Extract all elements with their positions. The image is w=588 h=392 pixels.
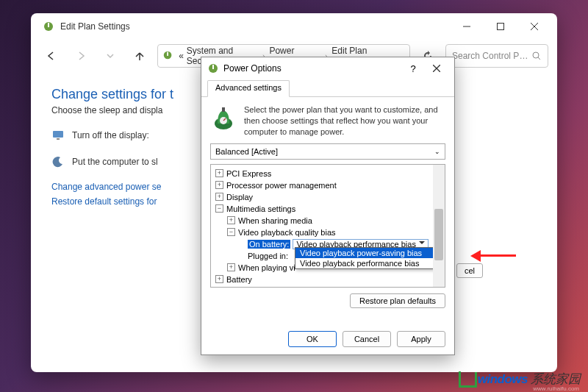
settings-tree[interactable]: +PCI Express +Processor power management… — [210, 164, 445, 288]
search-placeholder: Search Control P… — [452, 51, 528, 61]
minimize-button[interactable] — [450, 15, 484, 38]
power-plan-icon — [43, 21, 54, 32]
dropdown-option-performance[interactable]: Video playback performance bias — [295, 258, 437, 268]
svg-rect-17 — [222, 107, 225, 112]
maximize-button[interactable] — [484, 15, 517, 38]
sleep-icon — [51, 155, 65, 168]
svg-line-9 — [538, 57, 540, 60]
expand-icon[interactable]: + — [227, 263, 235, 271]
power-options-dialog: Power Options ? Advanced settings Select… — [201, 57, 455, 355]
window-title: Edit Plan Settings — [60, 21, 450, 32]
annotation-arrow — [465, 250, 516, 262]
collapse-icon[interactable]: − — [215, 204, 223, 213]
tree-playback[interactable]: Video playback quality bias — [238, 228, 336, 237]
svg-point-8 — [533, 52, 539, 58]
chevron-down-icon: ⌄ — [434, 148, 440, 155]
turn-off-display-label: Turn off the display: — [72, 130, 149, 140]
tree-playing-video[interactable]: When playing vi — [238, 263, 295, 272]
scrollbar-thumb[interactable] — [434, 209, 443, 260]
svg-rect-7 — [167, 52, 168, 56]
watermark-logo-icon — [459, 371, 475, 388]
watermark-brand: windows — [478, 372, 528, 387]
power-plan-select[interactable]: Balanced [Active] ⌄ — [210, 143, 445, 160]
on-battery-label[interactable]: On battery: — [248, 240, 290, 249]
tree-multimedia[interactable]: Multimedia settings — [226, 204, 295, 213]
tab-advanced-settings[interactable]: Advanced settings — [207, 80, 290, 97]
up-button[interactable] — [128, 44, 151, 68]
tree-ppm[interactable]: Processor power management — [226, 181, 337, 190]
svg-rect-10 — [53, 131, 63, 138]
display-icon — [51, 129, 65, 142]
power-options-icon — [207, 63, 219, 74]
restore-defaults-button[interactable]: Restore plan defaults — [350, 293, 445, 308]
forward-button[interactable] — [69, 44, 93, 68]
ok-button[interactable]: OK — [288, 331, 337, 347]
back-button[interactable] — [40, 44, 63, 68]
watermark-url: www.ruihaifu.com — [533, 385, 579, 392]
bc-prefix: « — [179, 51, 184, 61]
recent-dropdown[interactable] — [98, 44, 122, 68]
sleep-label: Put the computer to sl — [72, 157, 158, 167]
playback-bias-dropdown-list: Video playback power-saving bias Video p… — [295, 247, 437, 269]
tree-display[interactable]: Display — [226, 193, 253, 202]
dropdown-option-power-saving[interactable]: Video playback power-saving bias — [295, 248, 437, 258]
dialog-intro-text: Select the power plan that you want to c… — [244, 104, 445, 138]
help-button[interactable]: ? — [401, 58, 425, 79]
scrollbar[interactable] — [433, 165, 445, 287]
search-input[interactable]: Search Control P… — [445, 44, 548, 68]
cancel-button[interactable]: Cancel — [343, 331, 391, 347]
tree-battery[interactable]: Battery — [226, 275, 252, 284]
expand-icon[interactable]: + — [215, 169, 223, 177]
svg-rect-1 — [48, 23, 49, 27]
svg-rect-3 — [498, 24, 504, 30]
collapse-icon[interactable]: − — [227, 228, 235, 236]
tab-bar: Advanced settings — [201, 79, 454, 97]
apply-button[interactable]: Apply — [397, 331, 445, 347]
dialog-close-button[interactable] — [425, 58, 448, 79]
power-plan-icon — [162, 50, 173, 62]
power-meter-icon — [210, 104, 237, 131]
plan-value: Balanced [Active] — [215, 147, 278, 156]
plugged-in-label[interactable]: Plugged in: — [248, 252, 288, 260]
expand-icon[interactable]: + — [215, 275, 223, 283]
tree-sharing[interactable]: When sharing media — [238, 216, 312, 225]
tree-pci[interactable]: PCI Express — [226, 169, 271, 178]
svg-rect-11 — [57, 138, 60, 140]
close-button[interactable] — [517, 15, 551, 38]
dialog-titlebar: Power Options ? — [201, 57, 454, 79]
svg-rect-13 — [212, 65, 214, 69]
search-icon — [532, 51, 541, 60]
expand-icon[interactable]: + — [215, 193, 223, 201]
background-cancel-button[interactable]: cel — [456, 263, 483, 278]
dialog-title: Power Options — [223, 63, 401, 74]
expand-icon[interactable]: + — [227, 216, 235, 224]
expand-icon[interactable]: + — [215, 181, 223, 189]
titlebar: Edit Plan Settings — [31, 13, 557, 40]
